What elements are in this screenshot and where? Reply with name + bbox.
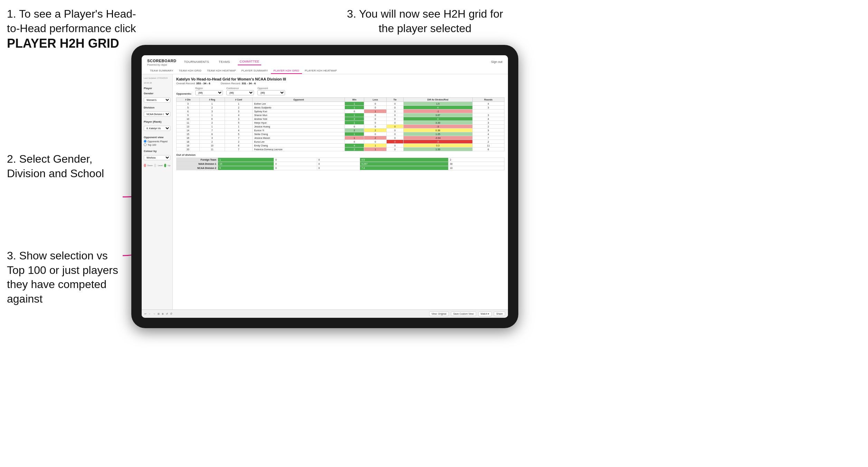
out-div-row: NCAA Division 25007.410 [177, 166, 504, 170]
sidebar-radio-top100[interactable]: Top 100 [144, 143, 170, 146]
table-row: 1637Jessica Mason120-0.947 [177, 136, 504, 140]
sidebar-division-select[interactable]: NCAA Division III [144, 112, 170, 117]
opponent-filter-group: Opponent (All) [257, 87, 285, 95]
instruction-top-left: 1. To see a Player's Head-to-Head perfor… [7, 7, 138, 52]
table-row: 633Sydney Kuo010-1 [177, 109, 504, 113]
sidebar-colour-by-label: Colour by [144, 150, 170, 153]
table-row: 1311Jessica Huang000-32 [177, 125, 504, 128]
table-row: 311Esther Lee1001.54 [177, 102, 504, 106]
toolbar-share[interactable]: Share [494, 312, 505, 316]
app-logo: SCOREBOARD Powered by clippd [147, 57, 176, 66]
grid-area: Katelyn Vo Head-to-Head Grid for Women's… [173, 74, 508, 317]
main-content: Last Updated: 27/03/2024 16:55:38 Player… [142, 74, 508, 317]
conference-filter-group: Conference (All) [226, 87, 254, 95]
conference-filter-select[interactable]: (All) [226, 90, 254, 95]
toolbar-grid[interactable]: ⊞ [158, 313, 160, 315]
sidebar-opponent-view-label: Opponent view [144, 136, 170, 139]
table-row: 914Sharon Mun1003.673 [177, 113, 504, 117]
app-toolbar: ↩ ← → ⊞ ⊕ ↺ ⏱ View: Original Save Custom… [142, 309, 508, 318]
sub-nav-player-h2h-heatmap[interactable]: PLAYER H2H HEATMAP [302, 68, 340, 74]
tablet-frame: SCOREBOARD Powered by clippd TOURNAMENTS… [131, 45, 518, 328]
sidebar-player-rank-label: Player (Rank) [144, 120, 170, 123]
th-rounds: Rounds [472, 98, 504, 102]
colour-dot-up [164, 164, 167, 167]
toolbar-timer[interactable]: ⏱ [170, 313, 172, 315]
nav-tournaments[interactable]: TOURNAMENTS [182, 59, 211, 65]
sub-nav-team-summary[interactable]: TEAM SUMMARY [147, 68, 176, 74]
opponent-filter-select[interactable]: (All) [257, 90, 285, 95]
nav-committee[interactable]: COMMITTEE [238, 58, 262, 65]
instruction-top-right: 3. You will now see H2H grid for the pla… [339, 7, 511, 36]
sidebar-division-label: Division [144, 106, 170, 109]
th-diff: Diff Av Strokes/Rnd [403, 98, 472, 102]
toolbar-forward[interactable]: → [153, 313, 155, 315]
filter-row: Opponents: Region (All) Conference (All) [176, 87, 504, 95]
toolbar-back[interactable]: ← [149, 313, 151, 315]
th-reg: # Reg [199, 98, 225, 102]
table-row: 1125Heejo Hyun1003.333 [177, 121, 504, 125]
opponents-filter-label: Opponents: [176, 92, 192, 95]
colour-dot-down [144, 164, 146, 167]
grid-title: Katelyn Vo Head-to-Head Grid for Women's… [176, 77, 504, 81]
table-row: 522Alexis Sudjianto10043 [177, 106, 504, 109]
region-filter-group: Region (All) [195, 87, 223, 95]
sidebar-player-rank-select[interactable]: 8. Katelyn Vo [144, 126, 170, 131]
table-row: 1585Stella Cheng1001.254 [177, 132, 504, 136]
out-of-division-header: Out of division [176, 153, 504, 156]
out-of-division-table: Foreign Team1004.52NAIA Division 115009.… [176, 158, 504, 170]
instruction-mid-left: 2. Select Gender, Division and School [7, 152, 121, 181]
grid-records: Overall Record: 353 - 34 - 6 Division Re… [176, 82, 504, 85]
th-div: # Div [177, 98, 200, 102]
th-loss: Loss [364, 98, 387, 102]
sidebar-player-label: Player [144, 87, 170, 90]
toolbar-undo[interactable]: ↩ [144, 313, 147, 315]
sub-nav-team-h2h-heatmap[interactable]: TEAM H2H HEATMAP [204, 68, 239, 74]
colour-legend: Down Level Up [144, 164, 170, 167]
tablet-screen: SCOREBOARD Powered by clippd TOURNAMENTS… [142, 55, 508, 318]
sidebar-colour-by-select[interactable]: Win/loss [144, 155, 170, 160]
sidebar-timestamp: Last Updated: 27/03/2024 [144, 77, 170, 79]
sidebar-gender-label: Gender [144, 92, 170, 95]
toolbar-refresh[interactable]: ↺ [166, 313, 168, 315]
toolbar-add[interactable]: ⊕ [162, 313, 164, 315]
th-win: Win [345, 98, 364, 102]
h2h-data-table: # Div # Reg # Conf Opponent Win Loss Tie… [176, 97, 504, 151]
sub-nav-team-h2h-grid[interactable]: TEAM H2H GRID [176, 68, 204, 74]
th-tie: Tie [387, 98, 403, 102]
table-row: 1474Eunice Yi2200.389 [177, 128, 504, 132]
colour-dot-level [154, 164, 157, 167]
sidebar-time: 16:55:38 [144, 82, 170, 84]
sidebar: Last Updated: 27/03/2024 16:55:38 Player… [142, 74, 173, 317]
out-div-row: NAIA Division 115009.26730 [177, 162, 504, 166]
toolbar-watch[interactable]: Watch ▾ [478, 312, 492, 316]
out-div-row: Foreign Team1004.52 [177, 158, 504, 162]
table-row: 19106Emily Chang4100.311 [177, 144, 504, 147]
th-conf: # Conf [225, 98, 253, 102]
table-row: 1822Euna Lee000-52 [177, 140, 504, 144]
sidebar-gender-select[interactable]: Women's [144, 97, 170, 103]
division-record: Division Record: 331 - 34 - 6 [221, 82, 256, 85]
sidebar-radio-opponents-played[interactable]: Opponents Played [144, 140, 170, 143]
region-filter-select[interactable]: (All) [195, 90, 223, 95]
th-opponent: Opponent [253, 98, 345, 102]
app-header: SCOREBOARD Powered by clippd TOURNAMENTS… [142, 55, 508, 74]
instruction-bottom-left: 3. Show selection vs Top 100 or just pla… [7, 249, 121, 306]
toolbar-save-custom-view[interactable]: Save Custom View [451, 312, 476, 316]
toolbar-view-original[interactable]: View: Original [429, 312, 449, 316]
table-row: 20117Federica Domecq Lacroze2101.336 [177, 147, 504, 151]
sub-nav-player-h2h-grid[interactable]: PLAYER H2H GRID [271, 68, 302, 74]
table-row: 1063Andrea York20044 [177, 117, 504, 121]
nav-teams[interactable]: TEAMS [217, 59, 232, 65]
overall-record: Overall Record: 353 - 34 - 6 [176, 82, 210, 85]
sub-nav-player-summary[interactable]: PLAYER SUMMARY [239, 68, 271, 74]
sign-out-link[interactable]: Sign out [491, 60, 502, 64]
